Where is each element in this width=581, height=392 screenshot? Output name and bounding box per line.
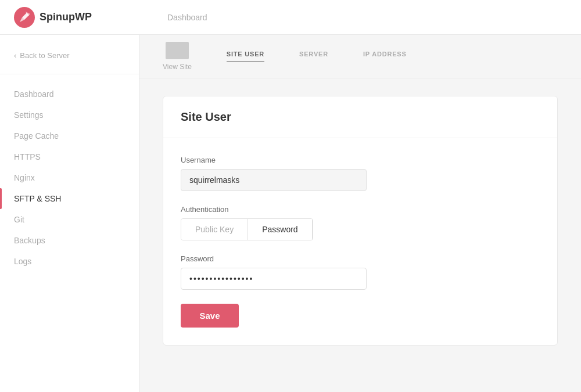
- back-to-server-link[interactable]: ‹ Back to Server: [0, 46, 139, 71]
- username-label: Username: [181, 156, 540, 164]
- logo-text: SpinupWP: [40, 11, 92, 23]
- sidebar-item-label: Git: [14, 215, 24, 224]
- main-content: View Site SITE USER SERVER IP ADDRESS Si…: [139, 35, 581, 392]
- site-user-card: Site User Username Authentication Public…: [163, 96, 558, 346]
- username-input[interactable]: [181, 169, 367, 191]
- sidebar-item-label: Dashboard: [14, 89, 54, 99]
- card-body: Username Authentication Public Key Passw…: [163, 138, 557, 345]
- sidebar-item-label: Nginx: [14, 173, 35, 182]
- sidebar-item-logs[interactable]: Logs: [0, 251, 139, 272]
- header-nav: Dashboard: [153, 13, 207, 22]
- sidebar-item-sftp-ssh[interactable]: SFTP & SSH: [0, 188, 139, 209]
- spinupwp-logo-icon: [14, 7, 35, 28]
- sidebar-item-settings[interactable]: Settings: [0, 105, 139, 125]
- username-group: Username: [181, 156, 540, 191]
- sidebar-item-nginx[interactable]: Nginx: [0, 167, 139, 188]
- site-header-bar: View Site SITE USER SERVER IP ADDRESS: [139, 35, 581, 78]
- chevron-left-icon: ‹: [14, 51, 16, 60]
- logo-area: SpinupWP: [14, 7, 153, 28]
- card-header: Site User: [163, 96, 557, 138]
- site-thumbnail: [166, 42, 189, 59]
- authentication-label: Authentication: [181, 205, 540, 214]
- auth-public-key-button[interactable]: Public Key: [181, 219, 248, 240]
- sidebar-item-label: HTTPS: [14, 152, 41, 161]
- sidebar-item-label: Page Cache: [14, 131, 59, 141]
- top-header: SpinupWP Dashboard: [0, 0, 581, 35]
- authentication-toggle: Public Key Password: [181, 218, 313, 240]
- save-button[interactable]: Save: [181, 304, 239, 328]
- authentication-group: Authentication Public Key Password: [181, 205, 540, 240]
- tab-site-user[interactable]: SITE USER: [227, 51, 264, 62]
- sidebar-item-dashboard[interactable]: Dashboard: [0, 84, 139, 105]
- site-tabs: SITE USER SERVER IP ADDRESS: [227, 51, 407, 62]
- auth-password-button[interactable]: Password: [248, 219, 312, 240]
- card-title: Site User: [181, 110, 540, 124]
- sidebar-item-label: Settings: [14, 110, 44, 120]
- sidebar-item-git[interactable]: Git: [0, 209, 139, 230]
- view-site-area: View Site: [163, 42, 192, 71]
- password-label: Password: [181, 254, 540, 263]
- sidebar-item-label: Backups: [14, 236, 45, 245]
- sidebar-item-label: Logs: [14, 257, 31, 266]
- sidebar-divider: [0, 74, 139, 74]
- password-input[interactable]: [181, 268, 367, 290]
- back-link-label: Back to Server: [20, 51, 69, 60]
- view-site-link[interactable]: View Site: [163, 63, 192, 71]
- sidebar-item-backups[interactable]: Backups: [0, 230, 139, 251]
- page-content: Site User Username Authentication Public…: [139, 78, 581, 363]
- password-group: Password: [181, 254, 540, 290]
- sidebar-item-https[interactable]: HTTPS: [0, 146, 139, 167]
- sidebar-item-label: SFTP & SSH: [14, 194, 61, 203]
- sidebar-item-page-cache[interactable]: Page Cache: [0, 125, 139, 146]
- tab-ip-address[interactable]: IP ADDRESS: [363, 51, 407, 62]
- body-layout: ‹ Back to Server Dashboard Settings Page…: [0, 35, 581, 392]
- tab-server[interactable]: SERVER: [299, 51, 328, 62]
- sidebar: ‹ Back to Server Dashboard Settings Page…: [0, 35, 139, 392]
